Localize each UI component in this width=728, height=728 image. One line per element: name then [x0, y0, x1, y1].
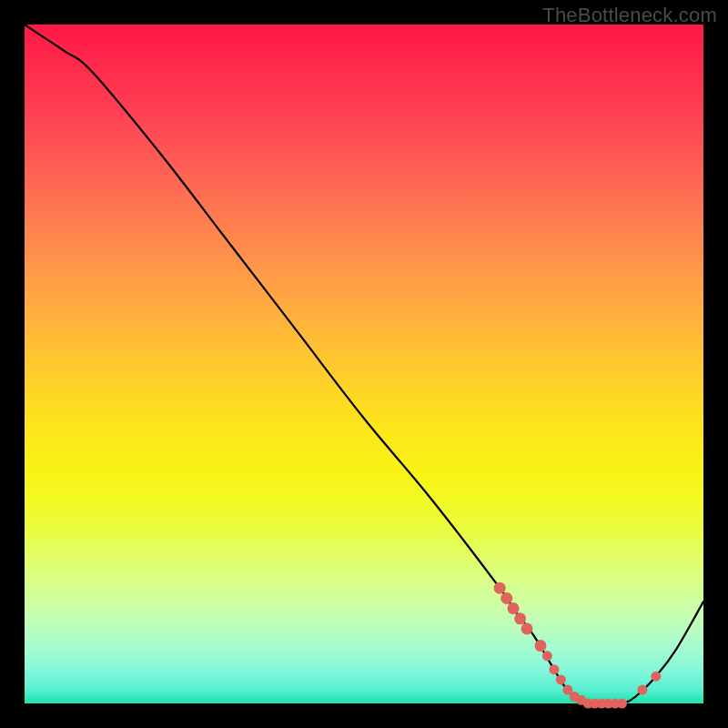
highlight-markers [494, 582, 662, 709]
highlight-marker [556, 674, 566, 684]
highlight-marker [494, 582, 506, 594]
highlight-marker [549, 664, 559, 674]
highlight-marker [514, 612, 526, 624]
highlight-marker [508, 602, 520, 614]
bottleneck-curve [25, 25, 703, 704]
curve-svg [25, 25, 703, 703]
highlight-marker [542, 651, 552, 661]
chart-frame: TheBottleneck.com [0, 0, 728, 728]
plot-area [25, 25, 703, 703]
watermark-text: TheBottleneck.com [542, 4, 717, 27]
highlight-marker [500, 592, 512, 604]
highlight-marker [521, 622, 533, 634]
highlight-marker [637, 685, 647, 695]
highlight-marker [535, 640, 547, 652]
highlight-marker [651, 672, 661, 682]
highlight-marker [617, 699, 627, 709]
